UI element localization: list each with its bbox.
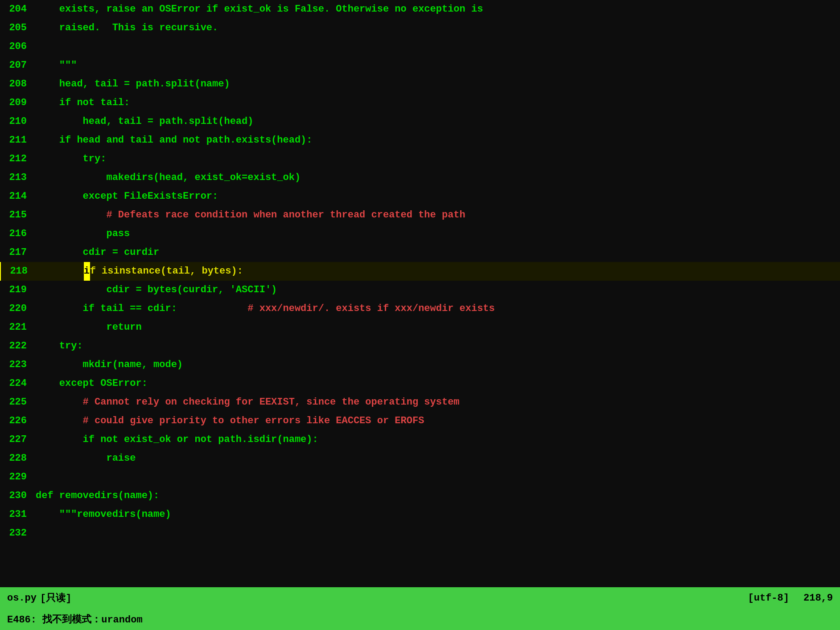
line-content-214: except FileExistsError: [36,187,840,206]
code-line-215: 215 # Defeats race condition when anothe… [0,206,840,225]
line-content-227: if not exist_ok or not path.isdir(name): [36,430,840,449]
code-line-227: 227 if not exist_ok or not path.isdir(na… [0,430,840,449]
line-number-206: 206 [0,37,36,56]
line-content-224: except OSError: [36,374,840,393]
status-left: os.py [只读] [7,591,71,605]
code-line-231: 231 """removedirs(name) [0,505,840,524]
cursor-position: 218,9 [803,593,833,604]
code-line-212: 212 try: [0,150,840,168]
code-line-216: 216 pass [0,225,840,243]
line-content-228: raise [36,449,840,468]
status-right: [utf-8] 218,9 [748,593,833,604]
code-line-222: 222 try: [0,337,840,356]
line-number-220: 220 [0,299,36,318]
line-number-207: 207 [0,56,36,75]
code-line-204: 204 exists, raise an OSError if exist_ok… [0,0,840,19]
line-content-231: """removedirs(name) [36,505,840,524]
encoding: [utf-8] [748,593,789,604]
code-line-214: 214 except FileExistsError: [0,187,840,206]
code-area[interactable]: 204 exists, raise an OSError if exist_ok… [0,0,840,587]
code-line-208: 208 head, tail = path.split(name) [0,75,840,94]
cursor: i [84,262,90,281]
line-content-225: # Cannot rely on checking for EEXIST, si… [36,393,840,412]
line-number-216: 216 [0,225,36,243]
line-content-205: raised. This is recursive. [36,19,840,37]
line-content-219: cdir = bytes(curdir, 'ASCII') [36,281,840,299]
line-content-215: # Defeats race condition when another th… [36,206,840,225]
line-content-217: cdir = curdir [36,243,840,262]
code-line-207: 207 """ [0,56,840,75]
line-number-227: 227 [0,430,36,449]
line-content-213: makedirs(head, exist_ok=exist_ok) [36,168,840,187]
status-bar: os.py [只读] [utf-8] 218,9 [0,587,840,609]
error-bar: E486: 找不到模式：urandom [0,609,840,630]
line-number-214: 214 [0,187,36,206]
line-number-230: 230 [0,487,36,505]
line-content-212: try: [36,150,840,168]
line-number-229: 229 [0,468,36,487]
line-number-219: 219 [0,281,36,299]
line-content-211: if head and tail and not path.exists(hea… [36,131,840,150]
line-content-226: # could give priority to other errors li… [36,412,840,430]
line-content-222: try: [36,337,840,356]
error-message: E486: 找不到模式：urandom [7,613,143,626]
line-number-224: 224 [0,374,36,393]
code-line-218: 218 if isinstance(tail, bytes): [0,262,840,281]
line-number-218: 218 [1,262,37,281]
line-number-215: 215 [0,206,36,225]
line-content-218: if isinstance(tail, bytes): [37,262,840,281]
line-content-209: if not tail: [36,94,840,112]
line-content-223: mkdir(name, mode) [36,356,840,374]
line-number-217: 217 [0,243,36,262]
line-number-210: 210 [0,112,36,131]
code-line-224: 224 except OSError: [0,374,840,393]
line-number-208: 208 [0,75,36,94]
line-content-216: pass [36,225,840,243]
line-content-220: if tail == cdir: # xxx/newdir/. exists i… [36,299,840,318]
code-line-210: 210 head, tail = path.split(head) [0,112,840,131]
line-number-223: 223 [0,356,36,374]
line-number-222: 222 [0,337,36,356]
line-number-225: 225 [0,393,36,412]
line-number-228: 228 [0,449,36,468]
code-line-219: 219 cdir = bytes(curdir, 'ASCII') [0,281,840,299]
code-line-226: 226 # could give priority to other error… [0,412,840,430]
line-number-205: 205 [0,19,36,37]
code-line-232: 232 [0,524,840,543]
code-line-213: 213 makedirs(head, exist_ok=exist_ok) [0,168,840,187]
code-line-228: 228 raise [0,449,840,468]
editor-container: 204 exists, raise an OSError if exist_ok… [0,0,840,630]
readonly-label: [只读] [40,591,71,605]
code-line-223: 223 mkdir(name, mode) [0,356,840,374]
line-content-208: head, tail = path.split(name) [36,75,840,94]
code-line-230: 230 def removedirs(name): [0,487,840,505]
line-number-232: 232 [0,524,36,543]
code-line-205: 205 raised. This is recursive. [0,19,840,37]
line-number-212: 212 [0,150,36,168]
code-line-206: 206 [0,37,840,56]
line-content-221: return [36,318,840,337]
line-number-231: 231 [0,505,36,524]
code-line-225: 225 # Cannot rely on checking for EEXIST… [0,393,840,412]
line-number-213: 213 [0,168,36,187]
line-number-226: 226 [0,412,36,430]
line-number-211: 211 [0,131,36,150]
code-line-220: 220 if tail == cdir: # xxx/newdir/. exis… [0,299,840,318]
line-content-230: def removedirs(name): [36,487,840,505]
code-line-209: 209 if not tail: [0,94,840,112]
line-number-221: 221 [0,318,36,337]
code-line-221: 221 return [0,318,840,337]
filename: os.py [7,593,37,604]
code-line-229: 229 [0,468,840,487]
line-number-204: 204 [0,0,36,19]
line-content-204: exists, raise an OSError if exist_ok is … [36,0,840,19]
line-number-209: 209 [0,94,36,112]
line-content-210: head, tail = path.split(head) [36,112,840,131]
code-line-211: 211 if head and tail and not path.exists… [0,131,840,150]
line-content-207: """ [36,56,840,75]
code-line-217: 217 cdir = curdir [0,243,840,262]
